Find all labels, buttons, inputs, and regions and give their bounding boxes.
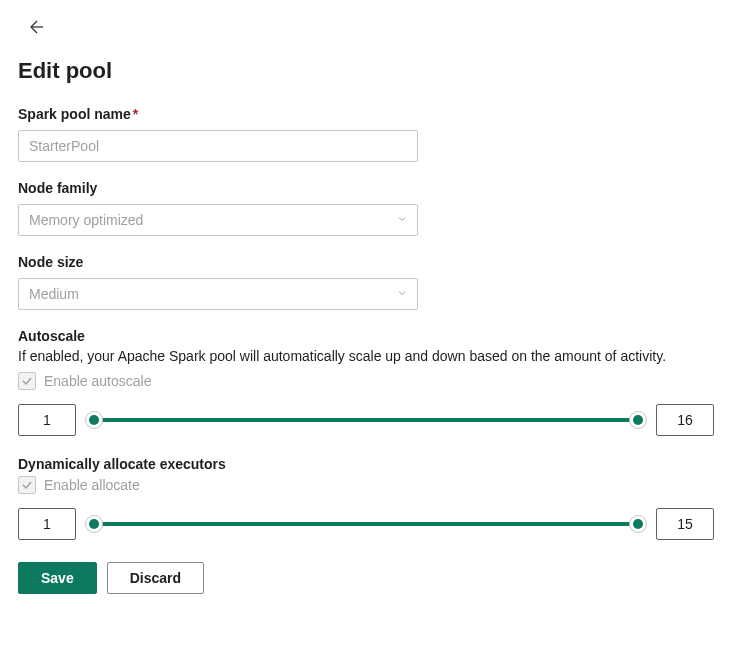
node-family-select[interactable]: Memory optimized bbox=[18, 204, 418, 236]
allocate-section: Dynamically allocate executors Enable al… bbox=[18, 456, 711, 540]
autoscale-section: Autoscale If enabled, your Apache Spark … bbox=[18, 328, 711, 436]
page-title: Edit pool bbox=[18, 58, 711, 84]
allocate-slider[interactable] bbox=[88, 514, 644, 534]
node-family-field-group: Node family Memory optimized bbox=[18, 180, 711, 236]
autoscale-slider-thumb-min[interactable] bbox=[85, 411, 103, 429]
autoscale-title: Autoscale bbox=[18, 328, 711, 344]
allocate-checkbox-row[interactable]: Enable allocate bbox=[18, 476, 711, 494]
autoscale-min-value[interactable]: 1 bbox=[18, 404, 76, 436]
checkmark-icon bbox=[21, 375, 33, 387]
back-arrow-icon bbox=[26, 18, 44, 36]
autoscale-slider-row: 1 16 bbox=[18, 404, 714, 436]
autoscale-slider[interactable] bbox=[88, 410, 644, 430]
discard-button[interactable]: Discard bbox=[107, 562, 204, 594]
autoscale-checkbox-label: Enable autoscale bbox=[44, 373, 151, 389]
autoscale-checkbox[interactable] bbox=[18, 372, 36, 390]
node-size-label: Node size bbox=[18, 254, 711, 270]
pool-name-field-group: Spark pool name* bbox=[18, 106, 711, 162]
allocate-title: Dynamically allocate executors bbox=[18, 456, 711, 472]
autoscale-help: If enabled, your Apache Spark pool will … bbox=[18, 348, 711, 364]
node-size-field-group: Node size Medium bbox=[18, 254, 711, 310]
allocate-max-value[interactable]: 15 bbox=[656, 508, 714, 540]
node-size-select[interactable]: Medium bbox=[18, 278, 418, 310]
allocate-slider-thumb-min[interactable] bbox=[85, 515, 103, 533]
button-row: Save Discard bbox=[18, 562, 711, 594]
pool-name-input[interactable] bbox=[18, 130, 418, 162]
allocate-checkbox-label: Enable allocate bbox=[44, 477, 140, 493]
checkmark-icon bbox=[21, 479, 33, 491]
autoscale-max-value[interactable]: 16 bbox=[656, 404, 714, 436]
allocate-slider-thumb-max[interactable] bbox=[629, 515, 647, 533]
allocate-slider-row: 1 15 bbox=[18, 508, 714, 540]
autoscale-checkbox-row[interactable]: Enable autoscale bbox=[18, 372, 711, 390]
allocate-checkbox[interactable] bbox=[18, 476, 36, 494]
back-button[interactable] bbox=[22, 14, 48, 40]
pool-name-label: Spark pool name* bbox=[18, 106, 711, 122]
autoscale-slider-thumb-max[interactable] bbox=[629, 411, 647, 429]
allocate-min-value[interactable]: 1 bbox=[18, 508, 76, 540]
save-button[interactable]: Save bbox=[18, 562, 97, 594]
node-family-label: Node family bbox=[18, 180, 711, 196]
required-asterisk: * bbox=[133, 106, 138, 122]
